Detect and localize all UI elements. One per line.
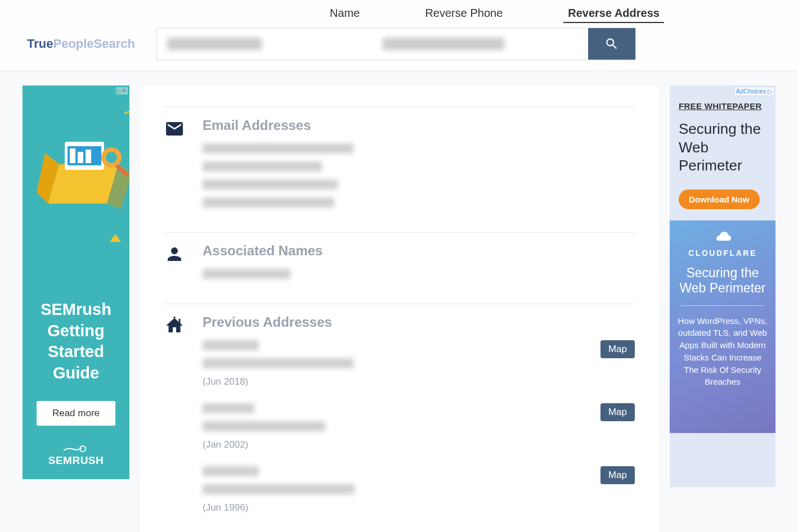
redacted-address-line — [203, 421, 325, 431]
redacted-address-line — [203, 340, 259, 350]
redacted-name — [203, 269, 290, 279]
search-row: TruePeopleSearch — [0, 28, 798, 60]
site-logo[interactable]: TruePeopleSearch — [27, 37, 135, 51]
page-body: ▷✕ SEMrush Getting Started Guide Read mo… — [0, 71, 798, 532]
address-item: (Jun 1996) Map — [203, 466, 635, 513]
redacted-street-value — [167, 38, 262, 50]
divider — [681, 305, 764, 306]
svg-point-10 — [106, 152, 117, 163]
ad-illustration — [23, 85, 129, 243]
svg-rect-7 — [78, 152, 83, 163]
search-button[interactable] — [588, 28, 635, 60]
envelope-icon — [164, 118, 187, 215]
map-button[interactable]: Map — [600, 466, 635, 484]
redacted-address-line — [203, 358, 353, 368]
ad-right-bottom: CLOUDFLARE Securing the Web Perimeter Ho… — [670, 220, 775, 433]
redacted-address-line — [203, 403, 254, 413]
main-content-card: Email Addresses Associated Names Previou… — [141, 85, 658, 532]
address-item: (Jun 2018) Map — [203, 340, 635, 387]
names-title: Associated Names — [203, 243, 635, 259]
tab-reverse-phone[interactable]: Reverse Phone — [420, 4, 507, 23]
ad-right-description: How WordPress, VPNs, outdated TLS, and W… — [678, 315, 768, 389]
ad-left-cta-button[interactable]: Read more — [37, 401, 115, 426]
tab-reverse-address[interactable]: Reverse Address — [563, 4, 664, 23]
nav-tabs: Name Reverse Phone Reverse Address — [0, 0, 798, 28]
ad-right-top: FREE WHITEPAPER Securing the Web Perimet… — [670, 85, 775, 220]
address-date: (Jan 2002) — [203, 439, 600, 450]
cloudflare-brand: CLOUDFLARE — [678, 249, 768, 258]
header: Name Reverse Phone Reverse Address TrueP… — [0, 0, 798, 71]
ad-right-bottom-title: Securing the Web Perimeter — [678, 265, 768, 296]
redacted-city-value — [383, 38, 504, 50]
ad-right-title: Securing the Web Perimeter — [679, 120, 766, 175]
redacted-email — [203, 143, 353, 154]
house-icon — [164, 314, 187, 513]
redacted-email — [203, 179, 338, 190]
person-icon — [164, 243, 187, 287]
cloud-icon — [678, 231, 768, 245]
address-date: (Jun 2018) — [203, 376, 600, 387]
logo-part1: True — [27, 37, 53, 51]
redacted-address-line — [203, 484, 355, 494]
address-item: (Jan 2002) Map — [203, 403, 635, 450]
semrush-flame-icon — [62, 442, 86, 454]
section-emails: Email Addresses — [164, 107, 635, 232]
search-form — [156, 28, 636, 60]
map-button[interactable]: Map — [600, 403, 635, 421]
search-icon — [604, 37, 619, 51]
redacted-email — [203, 197, 334, 208]
section-names: Associated Names — [164, 232, 635, 304]
map-button[interactable]: Map — [600, 340, 635, 358]
svg-rect-6 — [70, 148, 75, 163]
tab-name[interactable]: Name — [325, 4, 364, 23]
logo-part2: PeopleSearch — [53, 37, 135, 51]
emails-title: Email Addresses — [203, 118, 635, 133]
ad-info-badge[interactable]: ▷✕ — [116, 87, 128, 94]
svg-marker-1 — [48, 164, 118, 204]
search-street-input[interactable] — [157, 28, 373, 60]
adchoices-badge[interactable]: AdChoices ▷ — [734, 87, 774, 96]
redacted-address-line — [203, 466, 259, 476]
address-date: (Jun 1996) — [203, 502, 600, 513]
section-addresses: Previous Addresses (Jun 2018) Map (Jan 2… — [164, 304, 635, 530]
ad-left-title: SEMrush Getting Started Guide — [23, 299, 129, 384]
redacted-email — [203, 161, 322, 172]
ad-right-sidebar[interactable]: AdChoices ▷ FREE WHITEPAPER Securing the… — [670, 85, 775, 487]
whitepaper-label: FREE WHITEPAPER — [679, 101, 766, 111]
search-city-input[interactable] — [373, 28, 588, 60]
ad-right-cta-button[interactable]: Download Now — [679, 190, 760, 209]
ad-left-brand: SEMRUSH — [23, 442, 129, 467]
ad-left-sidebar[interactable]: ▷✕ SEMrush Getting Started Guide Read mo… — [23, 85, 129, 479]
svg-rect-8 — [86, 150, 91, 163]
addresses-title: Previous Addresses — [203, 314, 635, 330]
